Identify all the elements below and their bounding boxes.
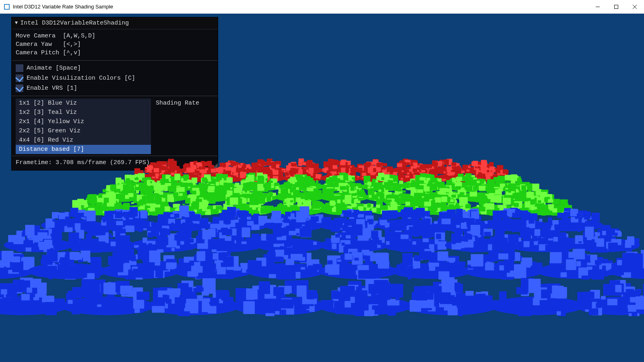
- svg-rect-2498: [493, 195, 502, 202]
- svg-rect-1482: [535, 229, 540, 236]
- shading-rate-item[interactable]: 2x2 [5] Green Viz: [16, 126, 151, 136]
- svg-rect-1684: [174, 214, 180, 218]
- svg-rect-1226: [222, 229, 232, 235]
- svg-rect-2039: [564, 212, 571, 217]
- svg-rect-295: [321, 300, 334, 309]
- svg-rect-455: [586, 292, 594, 299]
- svg-rect-186: [218, 292, 230, 298]
- panel-header[interactable]: ▼ Intel D3D12VariableRateShading: [12, 17, 218, 29]
- svg-rect-1881: [416, 208, 425, 218]
- animate-row[interactable]: Animate [Space]: [16, 63, 214, 73]
- minimize-button[interactable]: [588, 0, 607, 14]
- settings-panel[interactable]: ▼ Intel D3D12VariableRateShading Move Ca…: [11, 17, 218, 171]
- svg-rect-338: [465, 291, 474, 296]
- shading-rate-item[interactable]: 4x4 [6] Red Viz: [16, 136, 151, 145]
- svg-rect-330: [448, 306, 458, 315]
- viscolors-label: Enable Visulization Colors [C]: [27, 74, 135, 82]
- panel-collapse-icon[interactable]: ▼: [15, 19, 18, 27]
- svg-rect-1017: [617, 260, 622, 265]
- svg-rect-309: [377, 288, 384, 293]
- svg-rect-383: [499, 292, 506, 300]
- svg-rect-253: [246, 288, 258, 300]
- svg-rect-1122: [87, 234, 91, 237]
- svg-rect-652: [126, 254, 133, 260]
- maximize-button[interactable]: [607, 0, 625, 14]
- enablevrs-checkbox[interactable]: [16, 84, 23, 92]
- svg-rect-908: [500, 265, 504, 270]
- svg-rect-1788: [285, 212, 291, 217]
- svg-rect-1579: [59, 213, 65, 219]
- svg-rect-850: [443, 261, 449, 267]
- titlebar[interactable]: Intel D3D12 Variable Rate Shading Sample: [0, 0, 644, 14]
- svg-rect-563: [12, 256, 20, 262]
- svg-rect-2043: [577, 214, 582, 217]
- shading-rate-item[interactable]: 2x1 [4] Yellow Viz: [16, 117, 151, 126]
- svg-rect-150: [103, 283, 116, 294]
- svg-rect-1479: [542, 226, 551, 235]
- svg-rect-1171: [174, 234, 180, 241]
- svg-rect-1278: [289, 231, 296, 235]
- svg-rect-1623: [140, 210, 147, 218]
- svg-rect-717: [223, 256, 234, 267]
- svg-rect-814: [370, 253, 378, 261]
- svg-rect-1685: [170, 214, 174, 217]
- svg-rect-1227: [242, 227, 250, 237]
- svg-rect-1018: [622, 253, 634, 266]
- svg-rect-302: [345, 301, 351, 308]
- svg-rect-255: [254, 300, 261, 304]
- svg-rect-1826: [358, 215, 361, 217]
- svg-rect-870: [454, 262, 460, 265]
- svg-rect-1889: [401, 210, 410, 217]
- svg-rect-68: [25, 307, 36, 315]
- svg-rect-458: [599, 300, 605, 305]
- svg-rect-401: [514, 306, 524, 315]
- shading-rate-container: 1x1 [2] Blue Viz1x2 [3] Teal Viz2x1 [4] …: [16, 99, 214, 154]
- panel-body: Move Camera [A,W,S,D] Camera Yaw [<,>] C…: [12, 29, 218, 156]
- svg-rect-1631: [130, 207, 138, 217]
- viscolors-row[interactable]: Enable Visulization Colors [C]: [16, 73, 214, 83]
- svg-rect-1212: [235, 237, 239, 240]
- svg-rect-658: [114, 256, 121, 263]
- scene-island: [401, 270, 500, 316]
- svg-rect-1983: [504, 216, 508, 218]
- svg-rect-1072: [52, 228, 62, 239]
- svg-rect-264: [335, 307, 345, 314]
- svg-rect-1019: [636, 256, 644, 264]
- shading-rate-item[interactable]: 1x1 [2] Blue Viz: [16, 99, 151, 108]
- svg-rect-198: [168, 304, 180, 310]
- svg-rect-1425: [471, 225, 480, 236]
- svg-rect-452: [623, 308, 628, 312]
- shading-rate-listbox[interactable]: 1x1 [2] Blue Viz1x2 [3] Teal Viz2x1 [4] …: [16, 99, 151, 154]
- svg-rect-1533: [585, 226, 594, 237]
- svg-rect-921: [504, 259, 514, 271]
- svg-rect-454: [607, 299, 617, 305]
- scene-island: [316, 270, 415, 316]
- shading-rate-item[interactable]: 1x2 [3] Teal Viz: [16, 108, 151, 117]
- enablevrs-row[interactable]: Enable VRS [1]: [16, 83, 214, 93]
- close-button[interactable]: [625, 0, 644, 14]
- svg-rect-1272: [266, 234, 277, 240]
- svg-rect-1584: [65, 212, 69, 217]
- viewport-3d[interactable]: ▼ Intel D3D12VariableRateShading Move Ca…: [0, 14, 644, 362]
- svg-rect-409: [541, 290, 551, 298]
- animate-checkbox[interactable]: [16, 64, 23, 72]
- svg-rect-110: [103, 302, 117, 311]
- svg-rect-405: [526, 309, 533, 313]
- svg-rect-811: [337, 259, 341, 261]
- svg-rect-128: [126, 304, 132, 311]
- shading-rate-item[interactable]: Distance based [7]: [16, 145, 151, 154]
- svg-rect-124: [134, 309, 140, 313]
- svg-rect-437: [589, 309, 599, 315]
- svg-rect-1582: [78, 213, 84, 217]
- scene-island: [58, 270, 157, 316]
- svg-rect-2244: [250, 197, 256, 202]
- svg-rect-354: [441, 278, 454, 292]
- window-title: Intel D3D12 Variable Rate Shading Sample: [13, 4, 113, 10]
- svg-rect-461: [632, 313, 637, 316]
- svg-rect-307: [372, 305, 379, 310]
- viscolors-checkbox[interactable]: [16, 74, 23, 82]
- svg-rect-462: [630, 297, 636, 302]
- svg-rect-351: [456, 304, 464, 308]
- svg-rect-142: [97, 304, 101, 307]
- svg-rect-819: [345, 253, 353, 260]
